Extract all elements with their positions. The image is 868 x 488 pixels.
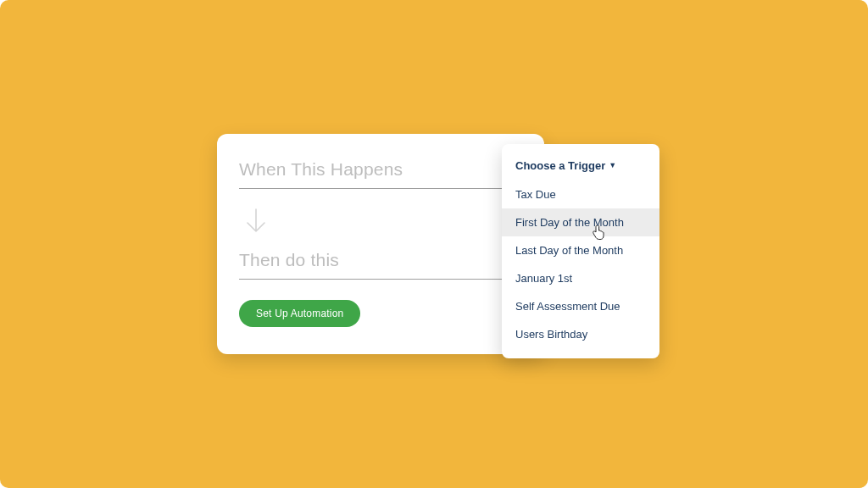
dropdown-item-january-1st[interactable]: January 1st	[502, 264, 659, 292]
trigger-dropdown: Choose a Trigger ▼ Tax Due First Day of …	[502, 144, 659, 358]
dropdown-item-last-day-of-month[interactable]: Last Day of the Month	[502, 236, 659, 264]
when-label: When This Happens	[239, 159, 522, 180]
then-do-this-section[interactable]: Then do this	[239, 250, 522, 280]
dropdown-item-label: Users Birthday	[515, 328, 587, 341]
dropdown-item-label: Last Day of the Month	[515, 244, 623, 257]
arrow-down-icon	[239, 208, 522, 235]
set-up-automation-button[interactable]: Set Up Automation	[239, 300, 360, 327]
dropdown-header[interactable]: Choose a Trigger ▼	[502, 156, 659, 180]
dropdown-item-tax-due[interactable]: Tax Due	[502, 180, 659, 208]
dropdown-header-label: Choose a Trigger	[515, 159, 605, 172]
when-this-happens-section[interactable]: When This Happens	[239, 159, 522, 189]
dropdown-item-label: First Day of the Month	[515, 216, 624, 229]
dropdown-item-users-birthday[interactable]: Users Birthday	[502, 320, 659, 348]
when-underline	[239, 188, 522, 189]
canvas-background: When This Happens Then do this Set Up Au…	[0, 0, 868, 488]
caret-down-icon: ▼	[609, 162, 616, 169]
dropdown-item-label: Tax Due	[515, 188, 556, 201]
then-underline	[239, 279, 522, 280]
then-label: Then do this	[239, 250, 522, 270]
dropdown-item-label: Self Assessment Due	[515, 300, 620, 313]
dropdown-item-first-day-of-month[interactable]: First Day of the Month	[502, 208, 659, 236]
dropdown-item-label: January 1st	[515, 272, 572, 285]
automation-card: When This Happens Then do this Set Up Au…	[217, 134, 544, 354]
dropdown-item-self-assessment-due[interactable]: Self Assessment Due	[502, 292, 659, 320]
